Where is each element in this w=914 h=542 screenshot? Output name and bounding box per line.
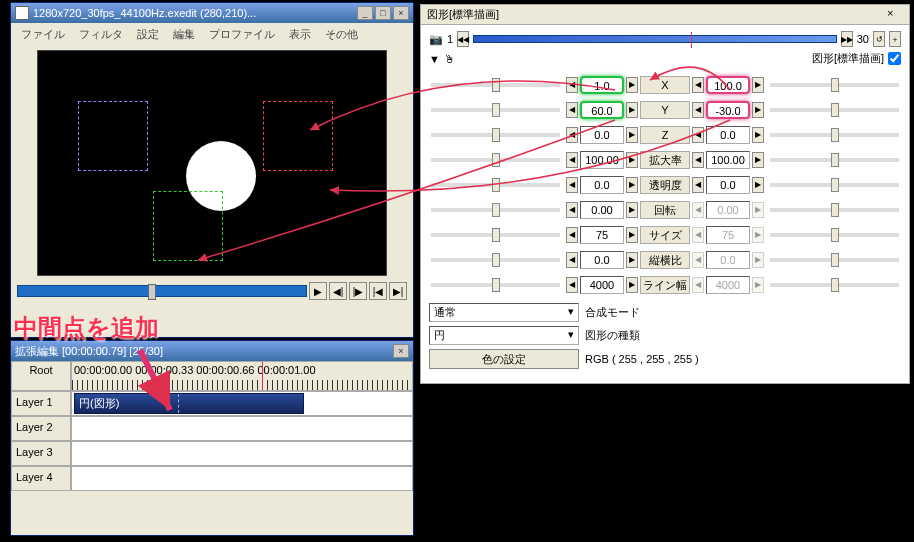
param-slider-alpha-right[interactable] [770,183,899,187]
seek-thumb[interactable] [148,284,156,300]
menu-settings[interactable]: 設定 [131,25,165,44]
frame-end-inc[interactable]: ▶▶ [841,31,853,47]
param-dec-Y-left[interactable]: ◀ [566,102,578,118]
midpoint-marker[interactable] [178,394,179,413]
param-inc-alpha-left[interactable]: ▶ [626,177,638,193]
param-inc-scale-right[interactable]: ▶ [752,152,764,168]
param-slider-Y-left[interactable] [431,108,560,112]
param-value-Z-left[interactable]: 0.0 [580,126,624,144]
param-inc-Z-left[interactable]: ▶ [626,127,638,143]
color-button[interactable]: 色の設定 [429,349,579,369]
param-inc-rot-right[interactable]: ▶ [752,202,764,218]
param-slider-size-right[interactable] [770,233,899,237]
param-dec-Y-right[interactable]: ◀ [692,102,704,118]
param-dec-alpha-left[interactable]: ◀ [566,177,578,193]
frame-slider[interactable] [473,35,837,43]
menu-filter[interactable]: フィルタ [73,25,129,44]
param-value-scale-right[interactable]: 100.00 [706,151,750,169]
seek-bar[interactable] [17,285,307,297]
play-button[interactable]: ▶ [309,282,327,300]
param-dec-size-right[interactable]: ◀ [692,227,704,243]
param-value-line-right[interactable]: 4000 [706,276,750,294]
param-value-alpha-left[interactable]: 0.0 [580,176,624,194]
param-inc-line-right[interactable]: ▶ [752,277,764,293]
param-value-X-left[interactable]: 1.0 [580,76,624,94]
menu-profile[interactable]: プロファイル [203,25,281,44]
param-dec-rot-right[interactable]: ◀ [692,202,704,218]
param-slider-scale-left[interactable] [431,158,560,162]
shape-type-dropdown[interactable]: 円▾ [429,326,579,345]
param-inc-X-right[interactable]: ▶ [752,77,764,93]
param-slider-rot-right[interactable] [770,208,899,212]
drawing-enabled-checkbox[interactable] [888,52,901,65]
param-value-rot-right[interactable]: 0.00 [706,201,750,219]
param-inc-X-left[interactable]: ▶ [626,77,638,93]
param-slider-Z-right[interactable] [770,133,899,137]
param-label-line[interactable]: ライン幅 [640,276,690,294]
param-value-Z-right[interactable]: 0.0 [706,126,750,144]
param-label-Z[interactable]: Z [640,126,690,144]
param-slider-Z-left[interactable] [431,133,560,137]
param-dec-rot-left[interactable]: ◀ [566,202,578,218]
param-value-size-right[interactable]: 75 [706,226,750,244]
param-value-aspect-left[interactable]: 0.0 [580,251,624,269]
param-label-alpha[interactable]: 透明度 [640,176,690,194]
layer-3-track[interactable] [71,441,413,466]
menu-file[interactable]: ファイル [15,25,71,44]
cam-icon[interactable]: 📷 [429,33,443,46]
param-inc-aspect-right[interactable]: ▶ [752,252,764,268]
param-dec-Z-right[interactable]: ◀ [692,127,704,143]
layer-4-label[interactable]: Layer 4 [11,466,71,491]
param-dec-line-right[interactable]: ◀ [692,277,704,293]
param-dec-aspect-right[interactable]: ◀ [692,252,704,268]
param-slider-aspect-left[interactable] [431,258,560,262]
layer-1-track[interactable]: 円(図形) [71,391,413,416]
param-dec-scale-left[interactable]: ◀ [566,152,578,168]
property-close-button[interactable]: × [887,7,903,21]
step-forward-button[interactable]: |▶ [349,282,367,300]
param-label-X[interactable]: X [640,76,690,94]
param-inc-Y-right[interactable]: ▶ [752,102,764,118]
param-dec-line-left[interactable]: ◀ [566,277,578,293]
root-button[interactable]: Root [11,361,71,391]
param-label-rot[interactable]: 回転 [640,201,690,219]
minimize-button[interactable]: _ [357,6,373,20]
menu-view[interactable]: 表示 [283,25,317,44]
layer-3-label[interactable]: Layer 3 [11,441,71,466]
param-dec-size-left[interactable]: ◀ [566,227,578,243]
timeline-close-button[interactable]: × [393,344,409,358]
playhead[interactable] [262,362,263,391]
param-inc-line-left[interactable]: ▶ [626,277,638,293]
menu-edit[interactable]: 編集 [167,25,201,44]
param-slider-Y-right[interactable] [770,108,899,112]
param-dec-alpha-right[interactable]: ◀ [692,177,704,193]
mouse-icon[interactable]: 🖱 [444,53,455,65]
param-label-aspect[interactable]: 縦横比 [640,251,690,269]
param-inc-alpha-right[interactable]: ▶ [752,177,764,193]
maximize-button[interactable]: □ [375,6,391,20]
param-value-Y-right[interactable]: -30.0 [706,101,750,119]
param-dec-scale-right[interactable]: ◀ [692,152,704,168]
param-slider-alpha-left[interactable] [431,183,560,187]
arrow-down-icon[interactable]: ▼ [429,53,440,65]
prop-add-button[interactable]: ＋ [889,31,901,47]
param-slider-rot-left[interactable] [431,208,560,212]
param-label-size[interactable]: サイズ [640,226,690,244]
time-ruler[interactable]: 00:00:00.00 00:00:00.33 00:00:00.66 00:0… [71,361,413,391]
close-button[interactable]: × [393,6,409,20]
param-inc-Z-right[interactable]: ▶ [752,127,764,143]
param-value-aspect-right[interactable]: 0.0 [706,251,750,269]
param-label-Y[interactable]: Y [640,101,690,119]
layer-1-label[interactable]: Layer 1 [11,391,71,416]
param-inc-size-left[interactable]: ▶ [626,227,638,243]
go-end-button[interactable]: ▶| [389,282,407,300]
go-start-button[interactable]: |◀ [369,282,387,300]
param-slider-X-left[interactable] [431,83,560,87]
param-value-line-left[interactable]: 4000 [580,276,624,294]
param-dec-X-right[interactable]: ◀ [692,77,704,93]
param-value-X-right[interactable]: 100.0 [706,76,750,94]
param-slider-scale-right[interactable] [770,158,899,162]
param-slider-size-left[interactable] [431,233,560,237]
frame-start-dec[interactable]: ◀◀ [457,31,469,47]
layer-2-track[interactable] [71,416,413,441]
